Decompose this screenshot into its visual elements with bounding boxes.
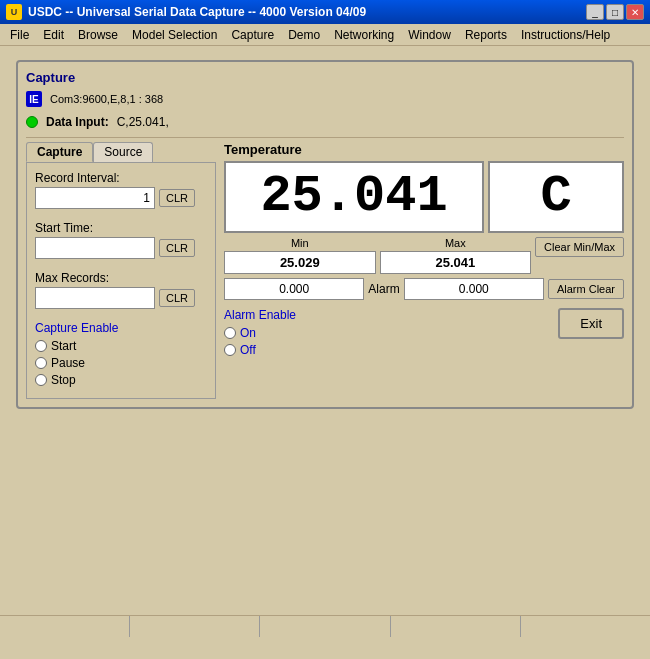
radio-start[interactable]	[35, 340, 47, 352]
panel-title: Capture	[26, 70, 624, 85]
minimize-button[interactable]: _	[586, 4, 604, 20]
status-indicator	[26, 116, 38, 128]
radio-stop[interactable]	[35, 374, 47, 386]
radio-alarm-off[interactable]	[224, 344, 236, 356]
status-segment-4	[391, 616, 521, 637]
capture-panel: Capture IE Com3:9600,E,8,1 : 368 Data In…	[16, 60, 634, 409]
com-text: Com3:9600,E,8,1 : 368	[50, 93, 163, 105]
radio-stop-label: Stop	[51, 373, 76, 387]
bottom-row: Alarm Enable On Off Exit	[224, 308, 624, 360]
start-time-clr-button[interactable]: CLR	[159, 239, 195, 257]
radio-pause-label: Pause	[51, 356, 85, 370]
big-display: 25.041 C	[224, 161, 624, 233]
radio-pause-row: Pause	[35, 356, 207, 370]
action-buttons: Clear Min/Max	[535, 237, 624, 257]
max-records-input[interactable]	[35, 287, 155, 309]
menu-demo[interactable]: Demo	[282, 26, 326, 44]
temperature-label: Temperature	[224, 142, 624, 157]
radio-start-row: Start	[35, 339, 207, 353]
status-segment-3	[260, 616, 390, 637]
menu-capture[interactable]: Capture	[225, 26, 280, 44]
menu-browse[interactable]: Browse	[72, 26, 124, 44]
tab-bar: Capture Source	[26, 142, 216, 162]
alarm-low-value: 0.000	[224, 278, 364, 300]
status-segment-5	[521, 616, 650, 637]
alarm-on-row: On	[224, 326, 296, 340]
max-records-group: Max Records: CLR	[35, 271, 207, 309]
radio-pause[interactable]	[35, 357, 47, 369]
status-segment-2	[130, 616, 260, 637]
title-bar: U USDC -- Universal Serial Data Capture …	[0, 0, 650, 24]
maximize-button[interactable]: □	[606, 4, 624, 20]
menu-instructions[interactable]: Instructions/Help	[515, 26, 616, 44]
menu-bar: File Edit Browse Model Selection Capture…	[0, 24, 650, 46]
start-time-label: Start Time:	[35, 221, 207, 235]
close-button[interactable]: ✕	[626, 4, 644, 20]
menu-window[interactable]: Window	[402, 26, 457, 44]
status-bar	[0, 615, 650, 637]
exit-button[interactable]: Exit	[558, 308, 624, 339]
menu-edit[interactable]: Edit	[37, 26, 70, 44]
record-interval-clr-button[interactable]: CLR	[159, 189, 195, 207]
record-interval-group: Record Interval: CLR	[35, 171, 207, 209]
menu-reports[interactable]: Reports	[459, 26, 513, 44]
max-records-label: Max Records:	[35, 271, 207, 285]
status-segment-1	[0, 616, 130, 637]
tab-capture[interactable]: Capture	[26, 142, 93, 162]
alarm-on-label: On	[240, 326, 256, 340]
info-bar: IE Com3:9600,E,8,1 : 368	[26, 91, 624, 107]
alarm-label: Alarm	[368, 282, 399, 296]
alarm-enable-title: Alarm Enable	[224, 308, 296, 322]
max-records-clr-button[interactable]: CLR	[159, 289, 195, 307]
tab-content: Record Interval: CLR Start Time: CLR	[26, 162, 216, 399]
left-panel: Capture Source Record Interval: CLR S	[26, 142, 216, 399]
record-interval-label: Record Interval:	[35, 171, 207, 185]
capture-enable-title: Capture Enable	[35, 321, 207, 335]
menu-networking[interactable]: Networking	[328, 26, 400, 44]
alarm-clear-button[interactable]: Alarm Clear	[548, 279, 624, 299]
start-time-group: Start Time: CLR	[35, 221, 207, 259]
temperature-value: 25.041	[224, 161, 484, 233]
min-value: 25.029	[224, 251, 376, 274]
capture-enable-group: Capture Enable Start Pause Stop	[35, 321, 207, 387]
max-group: Max 25.041	[380, 237, 532, 274]
data-input-label: Data Input:	[46, 115, 109, 129]
info-icon: IE	[26, 91, 42, 107]
temperature-unit: C	[488, 161, 624, 233]
start-time-input[interactable]	[35, 237, 155, 259]
window-title: USDC -- Universal Serial Data Capture --…	[28, 5, 366, 19]
menu-model-selection[interactable]: Model Selection	[126, 26, 223, 44]
record-interval-input[interactable]	[35, 187, 155, 209]
right-panel: Temperature 25.041 C Min 25.029 Max 25.0…	[224, 142, 624, 399]
alarm-off-row: Off	[224, 343, 296, 357]
max-label: Max	[380, 237, 532, 249]
app-icon: U	[6, 4, 22, 20]
min-group: Min 25.029	[224, 237, 376, 274]
menu-file[interactable]: File	[4, 26, 35, 44]
alarm-high-value: 0.000	[404, 278, 544, 300]
data-value: C,25.041,	[117, 115, 169, 129]
data-input-bar: Data Input: C,25.041,	[26, 115, 624, 129]
main-content: Capture Source Record Interval: CLR S	[26, 142, 624, 399]
radio-alarm-on[interactable]	[224, 327, 236, 339]
radio-stop-row: Stop	[35, 373, 207, 387]
alarm-enable-group: Alarm Enable On Off	[224, 308, 296, 360]
tab-source[interactable]: Source	[93, 142, 153, 162]
clear-min-max-button[interactable]: Clear Min/Max	[535, 237, 624, 257]
radio-start-label: Start	[51, 339, 76, 353]
alarm-off-label: Off	[240, 343, 256, 357]
max-value: 25.041	[380, 251, 532, 274]
min-label: Min	[224, 237, 376, 249]
